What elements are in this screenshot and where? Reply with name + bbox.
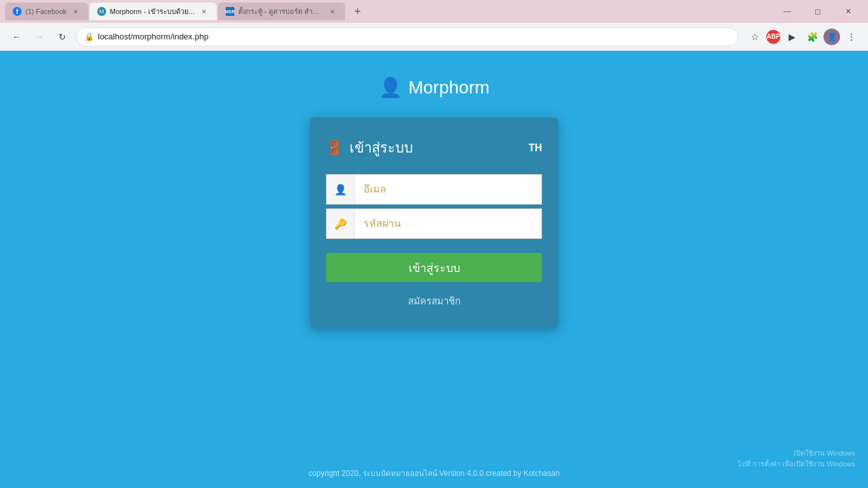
windows-watermark-line1: เปิดใช้งาน Windows — [738, 448, 855, 459]
msr-favicon: MSR — [226, 7, 234, 16]
login-title: 🚪 เข้าสู่ระบบ — [326, 137, 413, 159]
window-controls: — ◻ ✕ — [773, 3, 863, 20]
tab-msr-label: ตั้งกระทู้ - ดูสารบอร์ด สำหรับติดต่อ... — [238, 6, 323, 17]
url-lock-icon: 🔒 — [85, 32, 94, 41]
tab-morphorm[interactable]: M Morphorm - เข้าระบบด้วยบัญชีสมา... ✕ — [90, 3, 217, 20]
tab-msr-close[interactable]: ✕ — [327, 6, 337, 17]
minimize-button[interactable]: — — [773, 3, 802, 20]
extensions-button[interactable]: 🧩 — [803, 28, 821, 46]
page-content: 👤 Morphorm 🚪 เข้าสู่ระบบ TH 👤 🔑 เข้าสู่ร… — [0, 51, 868, 488]
windows-watermark-line2: ไปที่ การตั้งค่า เพื่อเปิดใช้งาน Windows — [738, 459, 855, 470]
tab-morphorm-label: Morphorm - เข้าระบบด้วยบัญชีสมา... — [110, 6, 195, 17]
password-field[interactable] — [355, 209, 541, 238]
bookmark-button[interactable]: ☆ — [746, 28, 764, 46]
login-icon: 🚪 — [326, 140, 343, 156]
login-card-header: 🚪 เข้าสู่ระบบ TH — [326, 137, 542, 159]
morphorm-favicon: M — [97, 7, 106, 16]
media-button[interactable]: ▶ — [783, 28, 801, 46]
back-button[interactable]: ← — [8, 28, 25, 46]
close-button[interactable]: ✕ — [834, 3, 863, 20]
register-link[interactable]: สมัครสมาชิก — [326, 294, 542, 309]
address-bar: ← → ↻ 🔒 localhost/morphorm/index.php ☆ A… — [0, 23, 868, 51]
url-bar[interactable]: 🔒 localhost/morphorm/index.php — [76, 27, 738, 46]
app-header: 👤 Morphorm — [379, 76, 490, 98]
new-tab-button[interactable]: + — [349, 3, 367, 20]
refresh-button[interactable]: ↻ — [53, 28, 71, 46]
forward-button[interactable]: → — [31, 28, 48, 46]
menu-button[interactable]: ⋮ — [843, 28, 860, 46]
tab-facebook-label: (1) Facebook — [25, 8, 67, 15]
tab-facebook[interactable]: f (1) Facebook ✕ — [5, 3, 88, 20]
tab-morphorm-close[interactable]: ✕ — [199, 6, 209, 17]
windows-watermark: เปิดใช้งาน Windows ไปที่ การตั้งค่า เพื่… — [738, 448, 855, 469]
restore-button[interactable]: ◻ — [803, 3, 832, 20]
login-button[interactable]: เข้าสู่ระบบ — [326, 253, 542, 282]
toolbar-icons: ☆ ABP ▶ 🧩 👤 ⋮ — [746, 28, 860, 46]
copyright-text: copyright 2020, ระบบนัดหมายออนไลน์ Versi… — [308, 469, 559, 478]
tab-facebook-close[interactable]: ✕ — [71, 6, 81, 17]
email-input-group: 👤 — [326, 174, 542, 205]
url-text: localhost/morphorm/index.php — [98, 32, 730, 41]
password-input-group: 🔑 — [326, 208, 542, 239]
login-card: 🚪 เข้าสู่ระบบ TH 👤 🔑 เข้าสู่ระบบ สมัครสม… — [310, 118, 558, 328]
email-field[interactable] — [355, 175, 541, 204]
login-title-text: เข้าสู่ระบบ — [349, 137, 413, 159]
browser-chrome: f (1) Facebook ✕ M Morphorm - เข้าระบบด้… — [0, 0, 868, 51]
email-icon: 👤 — [327, 175, 355, 204]
language-button[interactable]: TH — [529, 142, 542, 154]
adblock-icon[interactable]: ABP — [766, 30, 780, 44]
tab-bar: f (1) Facebook ✕ M Morphorm - เข้าระบบด้… — [0, 0, 868, 23]
facebook-favicon: f — [13, 7, 22, 16]
password-icon: 🔑 — [327, 209, 355, 238]
tab-msr[interactable]: MSR ตั้งกระทู้ - ดูสารบอร์ด สำหรับติดต่อ… — [218, 3, 345, 20]
profile-avatar[interactable]: 👤 — [824, 29, 840, 45]
app-title: Morphorm — [409, 78, 490, 98]
app-logo-icon: 👤 — [379, 76, 402, 98]
